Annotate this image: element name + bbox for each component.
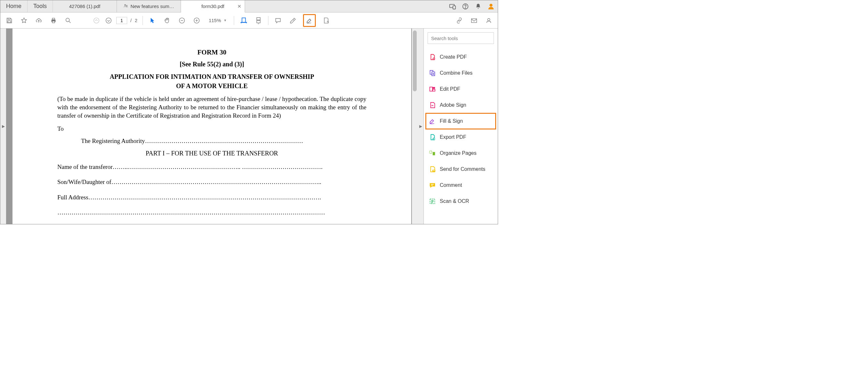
pointer-tool-icon[interactable] [148, 16, 157, 25]
document-viewport[interactable]: FORM 30 [See Rule 55(2) and (3)] APPLICA… [6, 29, 418, 224]
tool-label: Export PDF [440, 134, 466, 140]
doc-tab-1[interactable]: New features sum… [117, 0, 181, 12]
tool-label: Scan & OCR [440, 199, 469, 204]
tool-send-comments[interactable]: Send for Comments [426, 161, 496, 177]
tool-export-pdf[interactable]: Export PDF [426, 129, 496, 145]
svg-point-11 [66, 18, 69, 22]
svg-point-5 [465, 7, 465, 8]
close-tab-icon[interactable]: ✕ [237, 3, 242, 9]
sign-tool-icon[interactable] [305, 16, 314, 25]
tool-label: Create PDF [440, 54, 467, 60]
email-icon[interactable] [470, 16, 478, 25]
link-icon[interactable] [455, 16, 464, 25]
app-window: Home Tools 427086 (1).pdf New features s… [0, 0, 498, 224]
share-profile-icon[interactable] [484, 16, 493, 25]
svg-rect-7 [8, 21, 10, 23]
svg-rect-26 [433, 89, 435, 91]
tool-combine-files[interactable]: Combine Files [426, 65, 496, 81]
search-icon[interactable] [64, 16, 73, 25]
edit-pdf-icon [429, 86, 436, 93]
comment-tool-icon [429, 182, 436, 189]
page-total: 2 [135, 18, 137, 23]
scrollbar-track[interactable] [412, 29, 418, 224]
tool-organize-pages[interactable]: Organize Pages [426, 145, 496, 161]
tool-fill-sign[interactable]: Fill & Sign [426, 113, 496, 129]
tool-comment[interactable]: Comment [426, 177, 496, 193]
page-down-icon[interactable] [104, 16, 113, 25]
svg-point-13 [106, 18, 112, 23]
fill-sign-icon [429, 118, 436, 125]
zoom-select[interactable]: 115% ▼ [207, 17, 229, 24]
tool-label: Comment [440, 182, 462, 188]
tool-list: Create PDF Combine Files Edit PDF [424, 48, 498, 211]
doc-to: To [57, 125, 366, 133]
svg-rect-24 [430, 87, 432, 91]
right-panel: Create PDF Combine Files Edit PDF [424, 29, 498, 224]
doc-tab-2[interactable]: form30.pdf ✕ [181, 0, 245, 12]
tool-adobe-sign[interactable]: Adobe Sign [426, 97, 496, 113]
left-gutter-toggle[interactable]: ▶ [0, 29, 6, 224]
doc-title-3a: APPLICATION FOR INTIMATION AND TRANSFER … [57, 72, 366, 81]
bell-icon[interactable] [475, 3, 482, 10]
svg-rect-18 [256, 21, 260, 23]
tool-label: Organize Pages [440, 150, 476, 156]
doc-title-1: FORM 30 [57, 48, 366, 57]
svg-rect-28 [430, 151, 432, 153]
adobe-sign-icon [429, 101, 436, 109]
search-tools-input[interactable] [428, 32, 494, 44]
doc-tab-label: New features sum… [131, 3, 174, 9]
svg-rect-25 [433, 87, 435, 89]
create-pdf-icon [429, 54, 436, 61]
zoom-value: 115% [209, 18, 221, 23]
tool-label: Adobe Sign [440, 102, 466, 108]
tool-scan-ocr[interactable]: Scan & OCR [426, 193, 496, 209]
svg-rect-17 [256, 17, 260, 20]
print-icon[interactable] [49, 16, 58, 25]
help-icon[interactable] [462, 3, 469, 10]
svg-rect-16 [242, 18, 245, 22]
scan-ocr-icon [429, 198, 436, 205]
right-gutter-toggle[interactable]: ▶ [418, 29, 424, 224]
page-up-icon[interactable] [92, 16, 101, 25]
stamp-icon[interactable] [321, 16, 331, 25]
page-current-input[interactable] [116, 17, 127, 24]
save-icon[interactable] [5, 16, 14, 25]
tool-label: Combine Files [440, 70, 472, 76]
device-icon[interactable] [449, 3, 456, 10]
scroll-mode-icon[interactable] [254, 16, 263, 25]
account-icon[interactable] [488, 3, 495, 10]
doc-reg-authority: The Registering Authority………………………………………… [57, 137, 366, 145]
svg-rect-19 [471, 19, 477, 23]
combine-files-icon [429, 69, 436, 77]
doc-tab-label: form30.pdf [202, 3, 224, 9]
tools-button[interactable]: Tools [28, 0, 53, 12]
home-button[interactable]: Home [0, 0, 28, 12]
zoom-in-icon[interactable] [192, 16, 201, 25]
scrollbar-thumb[interactable] [413, 30, 417, 91]
star-icon[interactable] [20, 16, 29, 25]
tool-edit-pdf[interactable]: Edit PDF [426, 81, 496, 97]
cloud-upload-icon[interactable] [34, 16, 43, 25]
chevron-right-icon: ▶ [2, 124, 5, 128]
export-pdf-icon [429, 133, 436, 141]
svg-point-6 [489, 3, 492, 6]
svg-rect-10 [52, 21, 55, 23]
tool-label: Fill & Sign [440, 118, 463, 124]
sign-tool-highlight [303, 14, 316, 27]
tool-create-pdf[interactable]: Create PDF [426, 49, 496, 65]
doc-line-name: Name of the transferor……..……………………………………… [57, 163, 366, 171]
toolbar: / 2 115% ▼ [0, 12, 498, 29]
page-content: FORM 30 [See Rule 55(2) and (3)] APPLICA… [12, 29, 411, 224]
zoom-out-icon[interactable] [178, 16, 186, 25]
fit-width-icon[interactable] [239, 16, 248, 25]
page-sep: / [130, 18, 132, 23]
svg-rect-3 [453, 6, 456, 9]
tool-label: Send for Comments [440, 166, 485, 172]
highlight-icon[interactable] [288, 16, 297, 25]
doc-tab-0[interactable]: 427086 (1).pdf [53, 0, 117, 12]
shared-icon [124, 3, 128, 9]
hand-tool-icon[interactable] [163, 16, 172, 25]
comment-icon[interactable] [274, 16, 282, 25]
svg-rect-29 [433, 152, 435, 155]
doc-title-2: [See Rule 55(2) and (3)] [57, 60, 366, 68]
